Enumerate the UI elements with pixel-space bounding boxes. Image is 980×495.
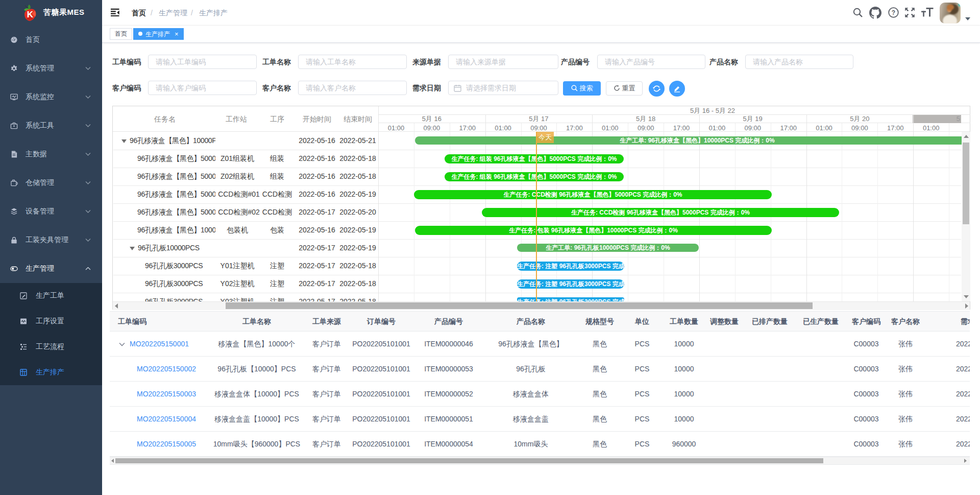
svg-text:?: ?: [892, 9, 895, 16]
svg-text:K: K: [27, 10, 34, 19]
